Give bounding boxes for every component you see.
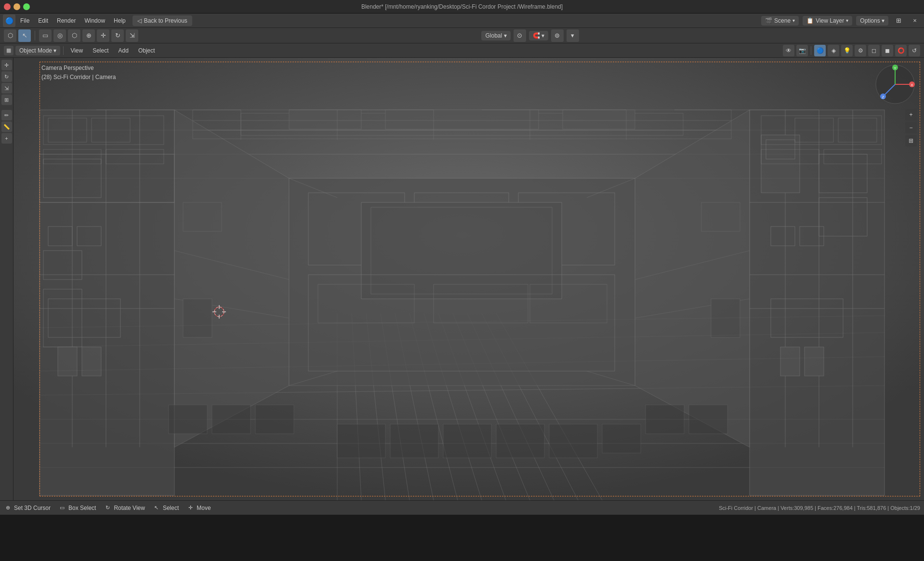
- menu-render[interactable]: Render: [53, 16, 79, 26]
- viewport-display-2[interactable]: ◼: [882, 45, 893, 56]
- minimize-btn[interactable]: [13, 3, 20, 10]
- measure-tool[interactable]: 📏: [1, 121, 12, 132]
- box-select-label: Box Select: [68, 505, 96, 511]
- window-controls[interactable]: [4, 3, 30, 10]
- options-btn[interactable]: Options ▾: [856, 16, 888, 26]
- svg-rect-86: [385, 110, 539, 129]
- blender-logo-btn[interactable]: 🔵: [3, 14, 15, 27]
- tool-select-btn[interactable]: ↖: [18, 29, 31, 42]
- layer-icon: 📋: [806, 17, 814, 24]
- select-menu[interactable]: Select: [89, 46, 112, 55]
- tool-rotate[interactable]: ↻: [111, 29, 124, 42]
- snap-arrow: ▾: [541, 32, 544, 39]
- svg-rect-98: [337, 424, 385, 458]
- tool-circle-select[interactable]: ◎: [53, 29, 66, 42]
- svg-rect-42: [82, 347, 101, 376]
- proportional-btn[interactable]: ⊚: [551, 29, 564, 42]
- set-3d-cursor-status: ⊕ Set 3D Cursor: [4, 504, 51, 512]
- rotate-tool[interactable]: ↻: [1, 71, 12, 82]
- layer-label: View Layer: [816, 17, 844, 24]
- viewport-shading-solid[interactable]: 👁: [783, 45, 794, 56]
- stats-display: Sci-Fi Corridor | Camera | Verts:309,985…: [719, 505, 920, 511]
- menu-file[interactable]: File: [16, 16, 33, 26]
- rotate-view-status: ↻ Rotate View: [104, 504, 145, 512]
- scene-dropdown-icon: ▾: [792, 18, 795, 23]
- zoom-out-btn[interactable]: −: [905, 122, 917, 134]
- scale-tool[interactable]: ⇲: [1, 83, 12, 94]
- menu-icon-2[interactable]: ×: [909, 14, 921, 27]
- layer-dropdown-icon: ▾: [846, 18, 848, 23]
- box-select-status: ▭ Box Select: [58, 504, 96, 512]
- viewport-toggle-1[interactable]: ◈: [828, 45, 839, 56]
- add-menu[interactable]: Add: [115, 46, 132, 55]
- annotate-tool[interactable]: ✏: [1, 110, 12, 120]
- global-label: Global ▾: [485, 32, 506, 39]
- vp-right-controls: 👁 📷 🔵 ◈ 💡 ⚙ ◻ ◼ ⭕ ↺: [783, 45, 920, 56]
- vp-sep-2: [811, 46, 811, 55]
- viewport-toggle-3[interactable]: ⚙: [855, 45, 866, 56]
- tool-lasso-select[interactable]: ⬡: [68, 29, 80, 42]
- view-menu[interactable]: View: [66, 46, 87, 55]
- menu-right: 🎬 Scene ▾ 📋 View Layer ▾ Options ▾ ⊞ ×: [761, 14, 921, 27]
- viewport-shading-wire[interactable]: 📷: [796, 45, 808, 56]
- viewport-display-1[interactable]: ◻: [868, 45, 880, 56]
- scene-icon: 🎬: [765, 17, 772, 24]
- tool-move[interactable]: ✛: [97, 29, 109, 42]
- tool-box-select[interactable]: ▭: [39, 29, 52, 42]
- svg-rect-53: [780, 347, 800, 376]
- menu-edit[interactable]: Edit: [34, 16, 52, 26]
- maximize-btn[interactable]: [23, 3, 30, 10]
- select-status: ↖ Select: [153, 504, 179, 512]
- back-label: Back to Previous: [144, 17, 187, 24]
- viewport-display-4[interactable]: ↺: [909, 45, 920, 56]
- svg-rect-105: [689, 405, 727, 434]
- move-tool[interactable]: ✛: [1, 60, 12, 70]
- cursor-icon: ⊕: [4, 504, 12, 512]
- box-select-icon: ▭: [58, 504, 66, 512]
- toolbar-center: Global ▾ ⊙ 🧲 ▾ ⊚ ▾: [481, 29, 579, 42]
- menu-help[interactable]: Help: [110, 16, 130, 26]
- snap-dropdown[interactable]: 🧲 ▾: [529, 31, 548, 40]
- add-tool[interactable]: +: [1, 133, 12, 144]
- main-viewport[interactable]: ✛ ↻ ⇲ ⊞ ✏ 📏 + Camera Perspective (28) Sc…: [0, 58, 924, 500]
- view-toggle-btn[interactable]: ⊞: [905, 135, 917, 147]
- layer-selector[interactable]: 📋 View Layer ▾: [803, 16, 852, 26]
- global-dropdown[interactable]: Global ▾: [481, 31, 510, 40]
- viewport-display-3[interactable]: ⭕: [895, 45, 907, 56]
- object-mode-label: Object Mode ▾: [19, 47, 56, 54]
- svg-rect-96: [212, 405, 251, 434]
- proportional-arrow[interactable]: ▾: [567, 29, 579, 42]
- zoom-in-btn[interactable]: +: [905, 109, 917, 120]
- status-bar: ⊕ Set 3D Cursor ▭ Box Select ↻ Rotate Vi…: [0, 500, 924, 515]
- object-menu[interactable]: Object: [134, 46, 159, 55]
- tool-mode-btn[interactable]: ⬡: [4, 29, 16, 42]
- select-label: Select: [163, 505, 179, 511]
- set-3d-cursor-label: Set 3D Cursor: [14, 505, 51, 511]
- close-btn[interactable]: [4, 3, 11, 10]
- svg-rect-27: [40, 110, 174, 495]
- tool-scale[interactable]: ⇲: [126, 29, 138, 42]
- viewport-toggle-2[interactable]: 💡: [841, 45, 853, 56]
- toolbar-sep-1: [35, 31, 35, 40]
- toolbar: ⬡ ↖ ▭ ◎ ⬡ ⊕ ✛ ↻ ⇲ Global ▾ ⊙ 🧲 ▾ ⊚ ▾: [0, 28, 924, 43]
- transform-tool[interactable]: ⊞: [1, 94, 12, 105]
- svg-rect-99: [390, 424, 438, 458]
- menu-icon-1[interactable]: ⊞: [892, 14, 905, 27]
- move-status: ✛ Move: [186, 504, 211, 512]
- rotate-view-icon: ↻: [104, 504, 111, 512]
- tool-cursor[interactable]: ⊕: [82, 29, 95, 42]
- scene-selector[interactable]: 🎬 Scene ▾: [761, 16, 799, 26]
- viewport-editor-type[interactable]: ▦: [4, 46, 13, 55]
- svg-rect-41: [58, 347, 77, 376]
- svg-rect-95: [169, 405, 207, 434]
- select-icon: ↖: [153, 504, 160, 512]
- menu-window[interactable]: Window: [80, 16, 109, 26]
- object-mode-dropdown[interactable]: Object Mode ▾: [15, 46, 60, 55]
- viewport-rendered[interactable]: 🔵: [814, 45, 826, 56]
- svg-rect-68: [711, 299, 740, 337]
- back-to-previous-btn[interactable]: ◁ Back to Previous: [132, 15, 192, 26]
- svg-rect-103: [602, 424, 641, 453]
- pivot-btn[interactable]: ⊙: [514, 29, 526, 42]
- snap-icon: 🧲: [533, 32, 540, 39]
- menu-bar: 🔵 File Edit Render Window Help ◁ Back to…: [0, 13, 924, 28]
